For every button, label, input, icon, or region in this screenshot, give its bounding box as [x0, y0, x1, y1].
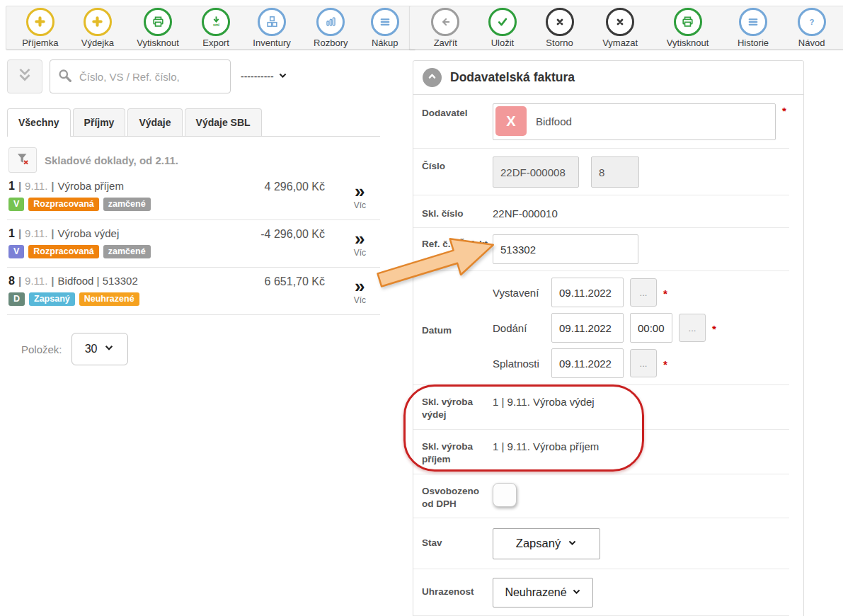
menu-icon	[739, 8, 767, 36]
field-label-vyroba-vydej: Skl. výroba výdej	[422, 392, 493, 421]
required-asterisk: *	[663, 357, 667, 370]
status-badge: D	[8, 292, 25, 306]
toolbar-label: Export	[202, 38, 229, 48]
export-xml-icon: xml	[202, 8, 230, 36]
more-label: Víc	[354, 249, 366, 257]
invoice-detail-panel: Dodavatelská faktura Dodavatel X Bidfood…	[413, 60, 804, 616]
toolbar-button-historie[interactable]: Historie	[738, 8, 769, 48]
more-link[interactable]: » Víc	[354, 182, 366, 210]
more-link[interactable]: » Víc	[354, 229, 366, 257]
search-input[interactable]	[78, 70, 223, 84]
invoice-number-input	[493, 156, 579, 188]
toolbar-button-vymazat[interactable]: Vymazat	[602, 8, 638, 48]
tab-vydaje[interactable]: Výdaje	[127, 108, 182, 136]
toolbar-button-vytisknout-2[interactable]: Vytisknout	[667, 8, 709, 48]
toolbar-label: Nákup	[372, 38, 398, 48]
supplier-value: Bidfood	[536, 104, 572, 139]
double-chevron-down-icon	[16, 66, 34, 87]
date-delivery-label: Dodání	[493, 322, 545, 334]
remove-supplier-button[interactable]: X	[495, 106, 527, 136]
chevron-down-icon	[568, 537, 577, 550]
toolbar-documents: Příjemka Výdejka Vytisknout xml Export I…	[6, 6, 415, 50]
date-due-input[interactable]	[551, 348, 624, 378]
reference-number-input[interactable]	[493, 234, 638, 264]
field-label-vyroba-prijem: Skl. výroba příjem	[422, 437, 493, 466]
row-date: 9.11.	[25, 227, 47, 239]
toolbar-label: Příjemka	[22, 38, 58, 48]
toolbar-label: Návod	[798, 38, 825, 48]
toolbar-button-export[interactable]: xml Export	[202, 8, 230, 48]
toolbar-label: Vytisknout	[667, 38, 709, 48]
help-icon: ?	[798, 8, 826, 36]
chevron-down-icon	[278, 71, 287, 82]
bar-chart-icon	[316, 8, 345, 36]
printer-icon	[144, 8, 172, 36]
toolbar-button-vydejka[interactable]: Výdejka	[81, 8, 114, 48]
clear-filter-button[interactable]	[8, 147, 37, 173]
toolbar-button-rozbory[interactable]: Rozbory	[314, 8, 348, 48]
date-delivery-input[interactable]	[551, 313, 624, 343]
delete-x-icon	[606, 8, 634, 36]
toolbar-button-prijemka[interactable]: Příjemka	[22, 8, 58, 48]
date-picker-button[interactable]: ...	[630, 349, 657, 377]
list-item: 1|9.11.|Výroba příjem 4 296,00 Kč » Víc …	[7, 173, 380, 220]
status-badge: V	[8, 198, 24, 211]
toolbar-button-nakup[interactable]: Nákup	[371, 8, 399, 48]
row-amount: 6 651,70 Kč	[265, 275, 325, 288]
row-date: 9.11.	[25, 180, 47, 192]
supplier-input[interactable]: X Bidfood	[493, 103, 776, 140]
filter-type-select[interactable]: ----------	[241, 71, 287, 82]
toolbar-label: Historie	[738, 38, 769, 48]
filter-remove-icon	[16, 152, 30, 169]
tab-prijmy[interactable]: Příjmy	[73, 108, 126, 136]
svg-text:xml: xml	[213, 23, 219, 27]
row-title: Bidfood | 513302	[58, 275, 138, 287]
toolbar-label: Vytisknout	[137, 38, 179, 48]
separator: |	[18, 180, 21, 192]
field-label-uhrazenost: Uhrazenost	[422, 578, 493, 608]
toolbar-label: Výdejka	[81, 38, 114, 48]
production-receipt-value: 1 | 9.11. Výroba příjem	[493, 437, 599, 452]
back-arrow-icon	[431, 8, 459, 36]
date-picker-button[interactable]: ...	[679, 314, 706, 342]
date-issued-label: Vystavení	[493, 287, 545, 299]
date-issued-input[interactable]	[551, 278, 624, 307]
payment-status-select[interactable]: Neuhrazené	[493, 578, 593, 608]
date-picker-button[interactable]: ...	[630, 278, 657, 307]
toolbar-button-inventury[interactable]: Inventury	[253, 8, 290, 48]
toolbar-button-storno[interactable]: Storno	[546, 8, 574, 48]
double-chevron-right-icon: »	[354, 182, 366, 200]
collapse-filters-button[interactable]	[7, 59, 42, 93]
tab-vsechny[interactable]: Všechny	[7, 108, 71, 137]
vat-exempt-checkbox[interactable]	[493, 483, 517, 507]
time-delivery-input[interactable]	[630, 313, 672, 343]
toolbar-button-vytisknout[interactable]: Vytisknout	[137, 8, 179, 48]
cancel-x-icon	[546, 8, 574, 36]
items-per-page-value: 30	[85, 343, 98, 355]
toolbar-label: Vymazat	[602, 38, 638, 48]
toolbar-button-zavrit[interactable]: Zavřít	[431, 8, 459, 48]
plus-icon	[26, 8, 55, 36]
status-badge: Rozpracovaná	[28, 198, 98, 211]
field-label-datum: Datum	[422, 324, 493, 337]
status-badge: zamčené	[103, 198, 151, 211]
status-badge: Zapsaný	[29, 292, 75, 306]
check-icon	[488, 8, 517, 36]
row-date: 9.11.	[25, 275, 47, 287]
toolbar-button-ulozit[interactable]: Uložit	[488, 8, 517, 48]
field-label-skl-cislo: Skl. číslo	[422, 204, 493, 220]
items-per-page-select[interactable]: 30	[71, 333, 128, 365]
status-select[interactable]: Zapsaný	[493, 528, 600, 559]
collapse-panel-button[interactable]	[423, 68, 442, 87]
panel-title: Dodavatelská faktura	[450, 70, 575, 85]
more-link[interactable]: » Víc	[354, 277, 366, 304]
list-filter-header: Skladové doklady, od 2.11.	[45, 154, 178, 166]
chevron-up-icon	[426, 70, 438, 85]
row-number: 1	[8, 180, 15, 192]
field-label-stav: Stav	[422, 528, 493, 559]
inventory-cubes-icon	[258, 8, 286, 36]
more-label: Víc	[354, 296, 366, 304]
toolbar-button-navod[interactable]: ? Návod	[798, 8, 826, 48]
double-chevron-right-icon: »	[354, 277, 366, 295]
tab-vydaje-sbl[interactable]: Výdaje SBL	[185, 108, 262, 136]
